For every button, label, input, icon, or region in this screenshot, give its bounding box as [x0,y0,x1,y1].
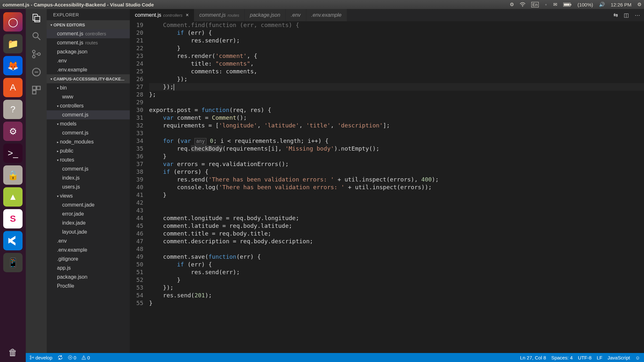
file-item[interactable]: layout.jade [47,227,130,237]
indentation[interactable]: Spaces: 4 [551,355,573,360]
file-item[interactable]: index.js [47,173,130,182]
svg-point-14 [30,356,31,357]
svg-point-8 [38,53,40,55]
open-editor-item[interactable]: comment.jsroutes [47,38,130,47]
folder-item[interactable]: ▸node_modules [47,137,130,146]
launcher-phone[interactable]: 📱 [3,253,23,272]
status-bar: develop 0 0 Ln 27, Col 8 Spaces: 4 UTF-8… [26,353,644,362]
folder-item[interactable]: ▾models [47,119,130,128]
launcher-android[interactable]: ▲ [3,187,23,207]
language-mode[interactable]: JavaScript [608,355,630,360]
launcher-firefox[interactable]: 🦊 [3,56,23,75]
svg-point-15 [30,358,31,359]
close-icon[interactable]: × [186,12,189,18]
launcher-lock[interactable]: 🔒 [3,165,23,185]
launcher-software[interactable]: A [3,78,23,97]
code-editor[interactable]: 1920212223242526272829303132333435363738… [130,21,644,353]
project-header[interactable]: ▾CAMPUS-ACCESSIBILITY-BACKE... [47,74,130,83]
settings-icon[interactable]: ⚙ [510,2,514,7]
file-item[interactable]: comment.jade [47,200,130,209]
activity-bar [26,9,47,353]
volume-icon[interactable]: 🔊 [599,2,605,7]
svg-point-16 [33,357,34,358]
file-item[interactable]: app.js [47,264,130,273]
svg-rect-2 [564,4,570,6]
sidebar: EXPLORER ▾OPEN EDITORS comment.jscontrol… [47,9,130,353]
language-indicator[interactable]: En [531,2,539,7]
launcher-help[interactable]: ? [3,100,23,119]
editor-tab[interactable]: comment.jsroutes [194,9,245,21]
folder-item[interactable]: ▾routes [47,155,130,164]
folder-item[interactable]: ▸public [47,146,130,155]
explorer-icon[interactable] [31,13,42,23]
debug-icon[interactable] [31,67,42,77]
file-item[interactable]: error.jade [47,209,130,218]
search-icon[interactable] [31,31,42,41]
editor-tab[interactable]: package.json [245,9,286,21]
errors-count[interactable]: 0 [68,355,76,360]
file-tree: ▾binwww▾controllerscomment.js▾modelscomm… [47,83,130,291]
svg-point-19 [83,358,84,359]
open-editor-item[interactable]: .env [47,56,130,65]
launcher-trash[interactable]: 🗑 [3,343,23,362]
sync-icon[interactable] [58,355,63,360]
editor-tab[interactable]: comment.jscontrollers× [130,9,194,21]
eol[interactable]: LF [597,355,602,360]
folder-item[interactable]: ▾bin [47,83,130,92]
folder-item[interactable]: ▾views [47,191,130,200]
file-item[interactable]: comment.js [47,164,130,173]
open-editor-item[interactable]: package.json [47,47,130,56]
file-item[interactable]: comment.js [47,128,130,137]
launcher-dash[interactable]: ◯ [3,12,23,32]
open-editor-item[interactable]: .env.example [47,65,130,74]
bluetooth-icon[interactable]: ᛭ [545,2,547,7]
svg-point-6 [33,50,35,53]
svg-rect-13 [33,90,36,94]
wifi-icon[interactable] [520,2,526,7]
file-item[interactable]: .env [47,237,130,246]
window-title: comment.js - Campus-Accessibility-Backen… [3,2,154,7]
file-item[interactable]: package.json [47,273,130,282]
open-editor-item[interactable]: comment.jscontrollers [47,29,130,38]
svg-rect-11 [33,86,36,90]
svg-point-7 [33,55,35,58]
encoding[interactable]: UTF-8 [578,355,592,360]
cursor-position[interactable]: Ln 27, Col 8 [520,355,546,360]
compare-icon[interactable]: ⇆ [613,12,618,19]
gear-icon[interactable]: ⚙ [637,2,641,7]
mail-icon[interactable]: ✉ [553,2,557,7]
file-item[interactable]: users.js [47,182,130,191]
vscode-window: EXPLORER ▾OPEN EDITORS comment.jscontrol… [26,9,644,362]
extensions-icon[interactable] [31,85,42,95]
file-item[interactable]: Procfile [47,282,130,291]
svg-line-5 [38,37,40,40]
launcher-slack[interactable]: S [3,209,23,228]
feedback-icon[interactable]: ☺ [635,355,640,360]
git-branch[interactable]: develop [30,355,52,360]
battery-icon[interactable] [563,3,572,7]
file-item[interactable]: www [47,92,130,101]
svg-point-0 [522,6,523,7]
open-editors-header[interactable]: ▾OPEN EDITORS [47,20,130,29]
file-item[interactable]: .gitignore [47,255,130,264]
editor-tab[interactable]: .env [286,9,306,21]
launcher-settings[interactable]: ⚙ [3,122,23,141]
clock-text[interactable]: 12:26 PM [611,2,631,7]
launcher-terminal[interactable]: >_ [3,144,23,163]
warnings-count[interactable]: 0 [81,355,90,360]
file-item[interactable]: .env.example [47,246,130,255]
more-icon[interactable]: ⋯ [635,12,640,19]
file-item[interactable]: comment.js [47,110,130,119]
launcher-files[interactable]: 📁 [3,34,23,53]
git-icon[interactable] [31,49,42,59]
folder-item[interactable]: ▾controllers [47,101,130,110]
split-icon[interactable]: ◫ [624,12,629,19]
editor-group: comment.jscontrollers×comment.jsroutespa… [130,9,644,353]
file-item[interactable]: index.jade [47,218,130,227]
svg-point-4 [33,32,38,38]
launcher-vscode[interactable] [3,231,23,250]
battery-text: (100%) [577,2,593,7]
unity-launcher: ◯ 📁 🦊 A ? ⚙ >_ 🔒 ▲ S 📱 🗑 [0,9,26,362]
editor-tab[interactable]: .env.example [306,9,347,21]
tab-bar: comment.jscontrollers×comment.jsroutespa… [130,9,644,21]
